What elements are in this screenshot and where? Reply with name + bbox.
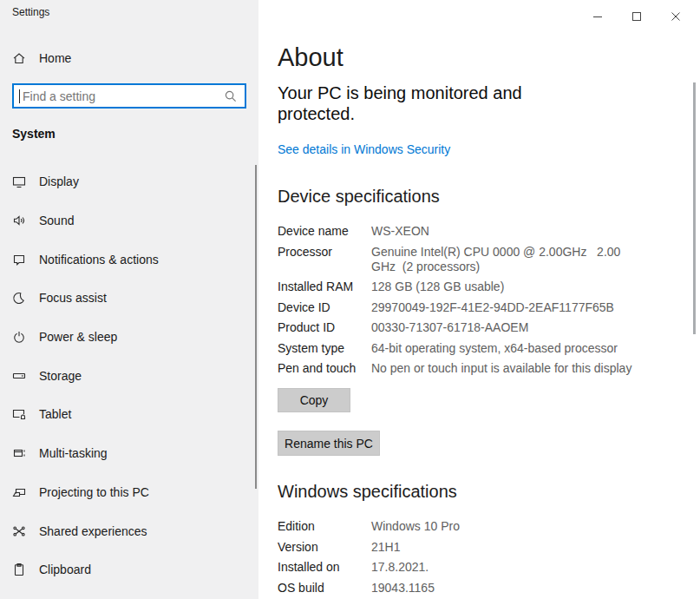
sidebar-item-tablet[interactable]: Tablet bbox=[0, 395, 258, 434]
rename-pc-button[interactable]: Rename this PC bbox=[278, 431, 380, 456]
spec-label: Device name bbox=[278, 224, 371, 239]
spec-value: 64-bit operating system, x64-based proce… bbox=[371, 341, 644, 356]
window-controls bbox=[578, 5, 695, 28]
spec-row-processor: Processor Genuine Intel(R) CPU 0000 @ 2.… bbox=[278, 245, 644, 274]
notifications-icon bbox=[12, 253, 26, 267]
power-sleep-icon bbox=[12, 330, 26, 344]
device-spec-table: Device name WS-XEON Processor Genuine In… bbox=[278, 224, 644, 382]
sidebar-item-display[interactable]: Display bbox=[0, 162, 258, 201]
sidebar-item-clipboard[interactable]: Clipboard bbox=[0, 550, 258, 589]
minimize-icon bbox=[592, 11, 603, 22]
spec-row-device-name: Device name WS-XEON bbox=[278, 224, 644, 239]
spec-label: Installed on bbox=[278, 560, 371, 575]
spec-row-os-build: OS build 19043.1165 bbox=[278, 581, 644, 596]
sidebar-item-label: Storage bbox=[39, 369, 82, 383]
spec-row-device-id: Device ID 29970049-192F-41E2-94DD-2EAF11… bbox=[278, 300, 644, 315]
clipboard-icon bbox=[12, 563, 26, 576]
sidebar-item-storage[interactable]: Storage bbox=[0, 356, 258, 395]
spec-value: Genuine Intel(R) CPU 0000 @ 2.00GHz 2.00… bbox=[371, 245, 644, 274]
spec-row-version: Version 21H1 bbox=[278, 540, 644, 555]
search-input[interactable]: Find a setting bbox=[12, 83, 246, 109]
spec-label: Version bbox=[278, 540, 371, 555]
tablet-icon bbox=[12, 407, 26, 421]
sidebar-item-notifications[interactable]: Notifications & actions bbox=[0, 240, 258, 279]
text-caret bbox=[19, 89, 20, 103]
spec-label: Installed RAM bbox=[278, 280, 371, 294]
sidebar-item-sound[interactable]: Sound bbox=[0, 201, 258, 240]
sidebar-item-power-sleep[interactable]: Power & sleep bbox=[0, 318, 258, 357]
windows-security-link[interactable]: See details in Windows Security bbox=[278, 142, 450, 156]
copy-button[interactable]: Copy bbox=[278, 388, 350, 412]
spec-value: 29970049-192F-41E2-94DD-2EAF1177F65B bbox=[371, 300, 644, 315]
spec-label: Product ID bbox=[278, 320, 371, 335]
spec-row-product-id: Product ID 00330-71307-61718-AAOEM bbox=[278, 320, 644, 335]
status-heading: Your PC is being monitored and protected… bbox=[278, 82, 542, 124]
maximize-button[interactable] bbox=[617, 5, 656, 28]
sidebar-item-shared-experiences[interactable]: Shared experiences bbox=[0, 511, 258, 550]
spec-value: 21H1 bbox=[371, 540, 644, 555]
spec-value: No pen or touch input is available for t… bbox=[371, 361, 644, 376]
search-placeholder: Find a setting bbox=[23, 89, 224, 103]
sidebar-nav: Display Sound Notifications & actions Fo… bbox=[0, 162, 258, 589]
spec-row-system-type: System type 64-bit operating system, x64… bbox=[278, 341, 644, 356]
spec-label: Device ID bbox=[278, 300, 371, 315]
app-title: Settings bbox=[12, 6, 49, 18]
sidebar-item-projecting[interactable]: Projecting to this PC bbox=[0, 473, 258, 512]
storage-icon bbox=[12, 369, 26, 383]
device-specifications-title: Device specifications bbox=[278, 187, 440, 207]
spec-label: Pen and touch bbox=[278, 361, 371, 376]
minimize-button[interactable] bbox=[578, 5, 617, 28]
sidebar-item-multitasking[interactable]: Multi-tasking bbox=[0, 434, 258, 473]
page-title: About bbox=[278, 43, 343, 72]
spec-row-pen-and-touch: Pen and touch No pen or touch input is a… bbox=[278, 361, 644, 376]
spec-value: Windows 10 Pro bbox=[371, 519, 644, 534]
close-button[interactable] bbox=[656, 5, 695, 28]
sidebar-item-home[interactable]: Home bbox=[12, 47, 71, 69]
spec-value: 128 GB (128 GB usable) bbox=[371, 280, 644, 294]
close-icon bbox=[671, 11, 681, 22]
spec-value: 00330-71307-61718-AAOEM bbox=[371, 320, 644, 335]
shared-experiences-icon bbox=[12, 524, 26, 538]
maximize-icon bbox=[631, 11, 642, 22]
sidebar-item-label: Shared experiences bbox=[39, 524, 147, 538]
display-icon bbox=[12, 174, 26, 188]
sidebar-item-label: Sound bbox=[39, 214, 74, 227]
sidebar-item-label: Tablet bbox=[39, 407, 71, 421]
spec-row-edition: Edition Windows 10 Pro bbox=[278, 519, 644, 534]
windows-specifications-title: Windows specifications bbox=[278, 482, 457, 502]
sidebar-item-label: Power & sleep bbox=[39, 330, 117, 344]
sidebar-section-system: System bbox=[12, 127, 56, 141]
sidebar-item-label: Multi-tasking bbox=[39, 446, 108, 460]
windows-spec-table: Edition Windows 10 Pro Version 21H1 Inst… bbox=[278, 519, 644, 599]
main-scrollbar[interactable] bbox=[693, 82, 696, 334]
sidebar-item-label: Notifications & actions bbox=[39, 253, 159, 267]
spec-label: Edition bbox=[278, 519, 371, 534]
spec-value: 19043.1165 bbox=[371, 581, 644, 596]
sidebar-scrollbar[interactable] bbox=[255, 165, 257, 489]
multitasking-icon bbox=[12, 446, 26, 460]
sound-icon bbox=[12, 214, 26, 227]
sidebar-item-focus-assist[interactable]: Focus assist bbox=[0, 279, 258, 318]
home-icon bbox=[12, 51, 26, 65]
sidebar-item-label: Projecting to this PC bbox=[39, 485, 149, 499]
spec-row-installed-on: Installed on 17.8.2021. bbox=[278, 560, 644, 575]
spec-label: OS build bbox=[278, 581, 371, 596]
spec-label: System type bbox=[278, 341, 371, 356]
sidebar-item-label: Clipboard bbox=[39, 563, 91, 576]
sidebar-item-label: Display bbox=[39, 174, 79, 188]
spec-row-installed-ram: Installed RAM 128 GB (128 GB usable) bbox=[278, 280, 644, 294]
search-icon[interactable] bbox=[224, 89, 238, 103]
spec-value: WS-XEON bbox=[371, 224, 644, 239]
focus-assist-icon bbox=[12, 291, 26, 305]
projecting-icon bbox=[12, 485, 26, 499]
sidebar-item-label: Focus assist bbox=[39, 291, 107, 305]
sidebar-item-label: Home bbox=[39, 51, 71, 65]
spec-value: 17.8.2021. bbox=[371, 560, 644, 575]
spec-label: Processor bbox=[278, 245, 371, 274]
